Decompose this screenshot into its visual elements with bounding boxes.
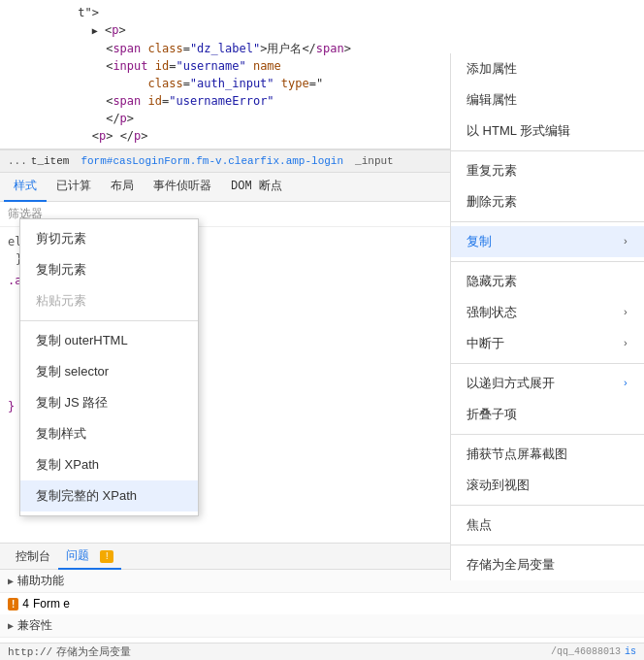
- menu-collapse-children[interactable]: 折叠子项: [451, 399, 644, 430]
- menu-break-on-label: 中断于: [467, 334, 504, 353]
- compatibility-label: 兼容性: [17, 617, 52, 634]
- url-suffix: /qq_46088013: [551, 646, 621, 657]
- tab-event-listeners[interactable]: 事件侦听器: [144, 173, 221, 202]
- menu-force-state-label: 强制状态: [467, 303, 517, 322]
- menu-edit-attr-label: 编辑属性: [467, 90, 517, 110]
- accessibility-label: 辅助功能: [17, 573, 64, 589]
- left-context-menu: 剪切元素 复制元素 粘贴元素 复制 outerHTML 复制 selector …: [19, 218, 199, 516]
- separator-5: [451, 434, 644, 435]
- menu-capture-label: 捕获节点屏幕截图: [467, 445, 567, 464]
- menu-edit-html[interactable]: 以 HTML 形式编辑: [451, 116, 644, 147]
- menu-scroll-label: 滚动到视图: [467, 476, 530, 495]
- separator-4: [451, 363, 644, 364]
- breadcrumb-item-2[interactable]: form#casLoginForm.fm-v.clearfix.amp-logi…: [80, 155, 343, 167]
- menu-store-global[interactable]: 存储为全局变量: [451, 549, 644, 580]
- separator-2: [451, 221, 644, 222]
- compatibility-collapse-icon: ▶: [8, 620, 14, 632]
- accessibility-text: Form e: [33, 597, 70, 610]
- submenu-arrow-break: ›: [622, 334, 628, 353]
- accessibility-count: 4: [22, 597, 29, 610]
- menu-copy-selector[interactable]: 复制 selector: [20, 356, 198, 387]
- url-full: 存储为全局变量: [56, 644, 131, 659]
- menu-copy-styles[interactable]: 复制样式: [20, 418, 198, 449]
- menu-break-on[interactable]: 中断于 ›: [451, 328, 644, 359]
- menu-duplicate[interactable]: 重复元素: [451, 155, 644, 186]
- menu-capture-screenshot[interactable]: 捕获节点屏幕截图: [451, 439, 644, 470]
- accessibility-content: ! 4 Form e: [0, 593, 644, 614]
- tab-computed[interactable]: 已计算: [47, 173, 101, 202]
- url-bar: http:// 存储为全局变量 /qq_46088013 is: [0, 643, 644, 660]
- warning-icon: !: [8, 598, 18, 610]
- submenu-arrow-copy: ›: [622, 232, 628, 251]
- breadcrumb-dots[interactable]: ...: [8, 155, 27, 167]
- menu-copy-outerhtml[interactable]: 复制 outerHTML: [20, 325, 198, 356]
- menu-paste-element: 粘贴元素: [20, 285, 198, 316]
- menu-copy-xpath[interactable]: 复制 XPath: [20, 449, 198, 480]
- accessibility-collapse-icon: ▶: [8, 576, 14, 587]
- menu-copy-label: 复制: [467, 232, 492, 251]
- menu-hide[interactable]: 隐藏元素: [451, 266, 644, 297]
- breadcrumb-item-3[interactable]: _input: [355, 155, 394, 167]
- menu-add-attr[interactable]: 添加属性: [451, 53, 644, 84]
- menu-expand-recursive-label: 以递归方式展开: [467, 374, 555, 393]
- menu-edit-attr[interactable]: 编辑属性: [451, 84, 644, 116]
- html-line-1: t">: [8, 4, 636, 21]
- tab-styles[interactable]: 样式: [4, 173, 47, 202]
- left-separator-1: [20, 320, 198, 321]
- expand-arrow: ›: [622, 374, 628, 393]
- menu-store-global-label: 存储为全局变量: [467, 555, 555, 575]
- menu-edit-html-label: 以 HTML 形式编辑: [467, 121, 570, 141]
- issues-badge: !: [100, 550, 113, 563]
- tab-layout[interactable]: 布局: [101, 173, 144, 202]
- breadcrumb-item-1[interactable]: t_item: [31, 155, 70, 167]
- menu-focus-label: 焦点: [467, 515, 492, 535]
- separator-3: [451, 261, 644, 262]
- menu-delete[interactable]: 删除元素: [451, 186, 644, 217]
- menu-cut[interactable]: 剪切元素: [20, 223, 198, 254]
- tab-dom-breakpoints[interactable]: DOM 断点: [221, 173, 292, 202]
- separator-6: [451, 505, 644, 506]
- menu-focus[interactable]: 焦点: [451, 510, 644, 541]
- submenu-arrow-force: ›: [622, 303, 628, 322]
- devtools-panel: t"> ▶ <p> <span class="dz_label">用户名</sp…: [0, 0, 644, 660]
- compatibility-section-header[interactable]: ▶ 兼容性: [0, 614, 644, 638]
- tab-issues[interactable]: 问题 !: [58, 544, 121, 570]
- menu-copy[interactable]: 复制 ›: [451, 226, 644, 257]
- html-line-2[interactable]: ▶ <p>: [8, 21, 636, 40]
- menu-copy-element[interactable]: 复制元素: [20, 254, 198, 285]
- menu-copy-js-path[interactable]: 复制 JS 路径: [20, 387, 198, 418]
- right-context-menu: 添加属性 编辑属性 以 HTML 形式编辑 重复元素 删除元素 复制 › 隐藏元…: [450, 53, 644, 580]
- menu-expand-recursive[interactable]: 以递归方式展开 ›: [451, 368, 644, 399]
- menu-scroll-to-view[interactable]: 滚动到视图: [451, 470, 644, 501]
- menu-hide-label: 隐藏元素: [467, 272, 517, 291]
- url-text: http://: [8, 646, 52, 658]
- separator-7: [451, 544, 644, 545]
- menu-collapse-children-label: 折叠子项: [467, 405, 517, 424]
- menu-duplicate-label: 重复元素: [467, 161, 517, 181]
- menu-force-state[interactable]: 强制状态 ›: [451, 297, 644, 328]
- accessibility-row: ! 4 Form e: [8, 597, 636, 610]
- menu-delete-label: 删除元素: [467, 192, 517, 212]
- tab-console[interactable]: 控制台: [8, 544, 58, 569]
- url-link-suffix: is: [625, 646, 636, 657]
- menu-copy-full-xpath[interactable]: 复制完整的 XPath: [20, 480, 198, 512]
- separator-1: [451, 150, 644, 151]
- menu-add-attr-label: 添加属性: [467, 59, 517, 79]
